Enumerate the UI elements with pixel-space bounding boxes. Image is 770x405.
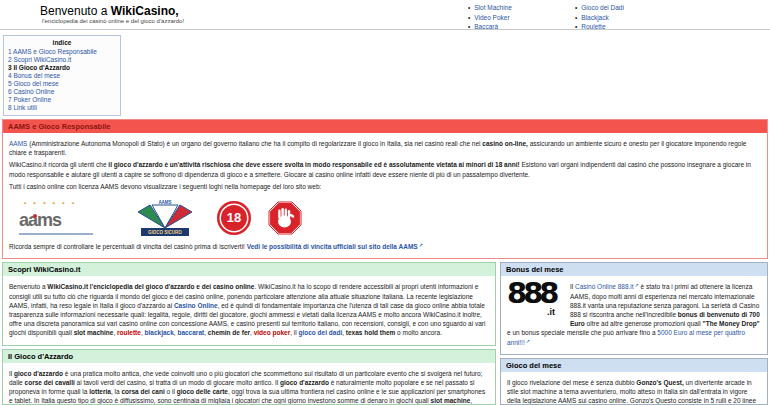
left-column: Scopri WikiCasino.it Benvenuto a WikiCas…: [2, 262, 496, 405]
wikicasino-page: Benvenuto a WikiCasino, l'enciclopedia d…: [0, 0, 770, 405]
right-column: Bonus del mese 888 .it Il Casinò Online …: [500, 262, 768, 405]
text-segment: , la: [111, 388, 121, 395]
section-gioco-mese-body: Il gioco rivelazione del mese è senza du…: [501, 372, 767, 405]
text-segment: Benvenuto a: [9, 283, 47, 290]
site-title: Benvenuto a WikiCasino,: [40, 4, 179, 18]
section-bonus-del-mese: Bonus del mese 888 .it Il Casinò Online …: [500, 262, 768, 355]
toc-row: 7 Poker Online: [8, 96, 116, 104]
inline-link[interactable]: roulette: [117, 329, 141, 336]
inline-link[interactable]: baccarat: [177, 329, 204, 336]
text-segment: gioco delle carte: [177, 388, 228, 395]
section-gioco-azzardo-body: Il gioco d'azzardo è una pratica molto a…: [3, 363, 495, 405]
paragraph: WikiCasino.it ricorda gli utenti che il …: [9, 160, 761, 178]
main-columns: Scopri WikiCasino.it Benvenuto a WikiCas…: [2, 262, 768, 405]
top-nav-link[interactable]: Gioco dei Dadi: [569, 3, 676, 13]
gioco-sicuro-label: GIOCO SICURO: [148, 230, 182, 235]
top-nav-link[interactable]: Roulette: [569, 22, 676, 32]
text-segment: (Amministrazione Autonoma Monopoli di St…: [27, 140, 482, 147]
text-segment: Ricorda sempre di controllare le percent…: [9, 243, 247, 250]
text-segment: "The Money Drop": [703, 320, 760, 327]
top-nav-link[interactable]: Video Poker: [462, 13, 569, 23]
inline-link[interactable]: gioco dei dadi: [298, 329, 342, 336]
text-segment: slot machine: [74, 329, 114, 336]
toc-row: 6 Casinò Online: [8, 88, 116, 96]
text-segment: gioco d'azzardo: [280, 379, 329, 386]
site-subtitle: l'enciclopedia dei casinò online e del g…: [42, 18, 184, 24]
text-segment: oltre ad altre generose promozioni quali: [585, 320, 703, 327]
aams-logo: aams: [17, 200, 113, 236]
text-segment: corsa dei cani: [121, 388, 164, 395]
top-nav-link[interactable]: Blackjack: [569, 13, 676, 23]
paragraph: Il gioco rivelazione del mese è senza du…: [507, 378, 761, 405]
page-header: Benvenuto a WikiCasino, l'enciclopedia d…: [0, 0, 770, 30]
section-gioco-del-mese: Gioco del mese Il gioco rivelazione del …: [500, 358, 768, 405]
gioco-sicuro-top-label: AAMS: [158, 200, 171, 205]
toc-item[interactable]: 8 Link utili: [8, 104, 37, 111]
aams-logo-underline: [19, 233, 93, 235]
paragraph: Benvenuto a WikiCasino.it l'enciclopedia…: [9, 282, 489, 337]
toc-row: 2 Scopri WikiCasino.it: [8, 56, 116, 64]
toc-item[interactable]: 6 Casinò Online: [8, 88, 54, 95]
section-scopri-header: Scopri WikiCasino.it: [3, 263, 495, 276]
stop-hand-icon: [267, 200, 303, 236]
text-segment: il gioco d'azzardo è un'attività rischio…: [108, 161, 519, 168]
age-18-badge-icon: 18: [217, 201, 251, 235]
toc-list: 1 AAMS e Gioco Responsabile2 Scopri Wiki…: [8, 48, 116, 112]
toc-item[interactable]: 5 Gioco del mese: [8, 80, 59, 87]
top-nav-link[interactable]: Baccarà: [462, 22, 569, 32]
text-segment: Tutti i casinò online con licenza AAMS d…: [9, 183, 321, 190]
text-segment: texas hold them: [346, 329, 395, 336]
toc-item[interactable]: 4 Bonus del mese: [8, 72, 60, 79]
responsible-gaming-logos: aams AAMS GIOCO SICURO 18: [17, 197, 761, 239]
text-segment: e un bonus speciale mensile che può arri…: [507, 329, 657, 336]
inline-link[interactable]: AAMS: [9, 140, 27, 147]
section-scopri-wikicasino: Scopri WikiCasino.it Benvenuto a WikiCas…: [2, 262, 496, 345]
section-bonus-body: 888 .it Il Casinò Online 888.it è stato …: [501, 276, 767, 354]
toc-row: 3 Il Gioco d'Azzardo: [8, 64, 116, 72]
top-nav-list-tables: Gioco dei DadiBlackjackRoulette: [569, 3, 676, 32]
section-gioco-azzardo-header: Il Gioco d'Azzardo: [3, 350, 495, 363]
toc-row: 5 Gioco del mese: [8, 80, 116, 88]
casino-888-logo[interactable]: 888 .it: [507, 281, 563, 319]
casino-888-logo-number: 888: [507, 281, 563, 306]
toc-item[interactable]: 7 Poker Online: [8, 96, 51, 103]
paragraph: Tutti i casinò online con licenza AAMS d…: [9, 182, 761, 191]
text-segment: ,: [470, 397, 472, 404]
section-aams-body: AAMS (Amministrazione Autonoma Monopoli …: [3, 133, 767, 258]
top-nav-list-games: Slot MachineVideo PokerBaccarà: [462, 3, 569, 32]
text-segment: ai tavoli verdi del casino, si tratta di…: [75, 379, 280, 386]
inline-link[interactable]: Vedi le possibilità di vincita ufficiali…: [247, 243, 423, 250]
section-gioco-mese-header: Gioco del mese: [501, 359, 767, 372]
site-title-name: WikiCasino,: [111, 4, 179, 18]
inline-link[interactable]: video poker: [254, 329, 290, 336]
section-scopri-body: Benvenuto a WikiCasino.it l'enciclopedia…: [3, 276, 495, 344]
paragraph: AAMS (Amministrazione Autonoma Monopoli …: [9, 139, 761, 157]
text-segment: Gonzo's Quest,: [636, 379, 683, 386]
text-segment: o il: [165, 388, 177, 395]
section-bonus-header: Bonus del mese: [501, 263, 767, 276]
text-segment: WikiCasino.it l'enciclopedia del gioco d…: [47, 283, 254, 290]
toc-item[interactable]: 3 Il Gioco d'Azzardo: [8, 64, 70, 71]
site-title-prefix: Benvenuto a: [40, 4, 111, 18]
text-segment: corse dei cavalli: [25, 379, 75, 386]
toc-row: 4 Bonus del mese: [8, 72, 116, 80]
aams-stars-icon: [23, 200, 77, 207]
toc-row: 1 AAMS e Gioco Responsabile: [8, 48, 116, 56]
toc-item[interactable]: 2 Scopri WikiCasino.it: [8, 56, 71, 63]
inline-link[interactable]: Casino Online: [174, 302, 218, 309]
text-segment: o molto ancora.: [395, 329, 442, 336]
section-aams-gioco-responsabile: AAMS e Gioco Responsabile AAMS (Amminist…: [2, 119, 768, 259]
table-of-contents: indice 1 AAMS e Gioco Responsabile2 Scop…: [3, 35, 121, 116]
inline-link[interactable]: Casinò Online 888.it: [575, 283, 639, 290]
text-segment: WikiCasino.it ricorda gli utenti che: [9, 161, 108, 168]
gioco-sicuro-logo: AAMS GIOCO SICURO: [129, 198, 201, 238]
section-gioco-azzardo: Il Gioco d'Azzardo Il gioco d'azzardo è …: [2, 349, 496, 405]
text-segment: lotteria: [89, 388, 111, 395]
aams-logo-label: aams: [19, 208, 61, 234]
top-nav: Slot MachineVideo PokerBaccarà Gioco dei…: [462, 3, 676, 32]
top-nav-link[interactable]: Slot Machine: [462, 3, 569, 13]
inline-link[interactable]: blackjack: [145, 329, 174, 336]
toc-title: indice: [8, 39, 116, 46]
toc-item[interactable]: 1 AAMS e Gioco Responsabile: [8, 48, 97, 55]
text-segment: gioco d'azzardo: [14, 370, 63, 377]
